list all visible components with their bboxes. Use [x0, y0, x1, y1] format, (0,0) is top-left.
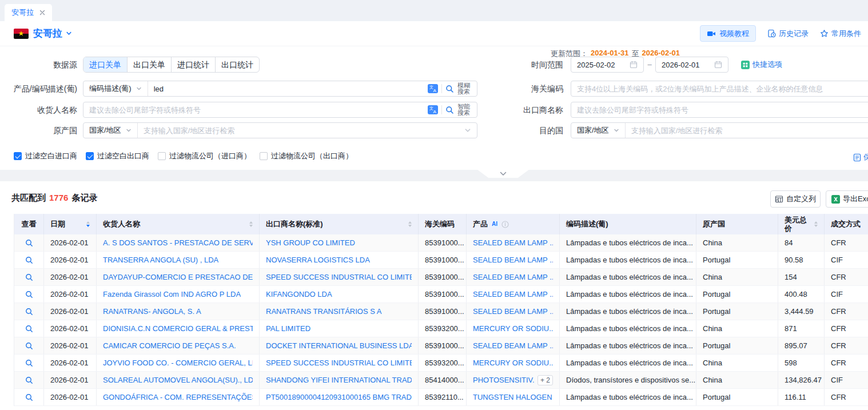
- view-detail-icon[interactable]: [25, 256, 33, 264]
- end-date-field[interactable]: [655, 57, 728, 73]
- view-detail-icon[interactable]: [25, 359, 33, 367]
- start-date-input[interactable]: [577, 61, 630, 69]
- tab-import-statistics[interactable]: 进口统计: [171, 57, 215, 72]
- exporter-link[interactable]: NOVASERRA LOGISTICS LDA: [266, 256, 370, 264]
- consignee-link[interactable]: RANATRANS- ANGOLA, S. A: [103, 307, 201, 316]
- consignee-link[interactable]: Fazenda Girassol Com IND AGRO P LDA: [103, 290, 241, 298]
- info-icon[interactable]: [501, 221, 509, 228]
- table-row[interactable]: 2026-02-01 DIONISIA.C.N COMERCIO GERAL &…: [14, 320, 868, 337]
- filter-blank-exporter-checkbox[interactable]: 过滤空白出口商: [86, 151, 149, 161]
- favorites-button[interactable]: 常用条件: [820, 29, 861, 39]
- exporter-link[interactable]: SPEED SUCCESS INDUSTRIAL CO LIMITED: [266, 273, 412, 281]
- origin-mode-select[interactable]: 国家/地区: [83, 123, 138, 138]
- table-row[interactable]: 2026-02-01 DAYDAYUP-COMERCIO E PRESTACAO…: [14, 269, 868, 286]
- fuzzy-search-label[interactable]: 模糊搜索: [457, 82, 472, 95]
- consignee-input[interactable]: [83, 106, 428, 114]
- product-link[interactable]: SEALED BEAM LAMP ...: [473, 307, 553, 316]
- sort-icon-exporter[interactable]: [408, 221, 412, 227]
- sort-icon-usd-total[interactable]: [814, 221, 818, 227]
- tab-export-statistics[interactable]: 出口统计: [215, 57, 259, 72]
- product-search-input[interactable]: [148, 85, 428, 93]
- product-link[interactable]: SEALED BEAM LAMP ...: [473, 290, 553, 298]
- destination-input[interactable]: [626, 126, 868, 135]
- col-header-date[interactable]: 日期: [44, 214, 97, 234]
- product-link[interactable]: SEALED BEAM LAMP ...: [473, 238, 553, 247]
- exporter-input[interactable]: [571, 106, 868, 114]
- export-excel-button[interactable]: 导出Excel: [826, 190, 868, 208]
- hs-code-input[interactable]: [571, 85, 868, 93]
- table-row[interactable]: 2026-02-01 SOLAREAL AUTOMOVEL ANGOLA(SU)…: [14, 372, 868, 389]
- chevron-down-icon[interactable]: [66, 30, 72, 37]
- sort-icon-date[interactable]: [86, 221, 90, 227]
- calendar-icon[interactable]: [630, 61, 638, 69]
- product-link[interactable]: SEALED BEAM LAMP ...: [473, 273, 553, 281]
- col-header-usd-total[interactable]: 美元总价: [778, 214, 825, 234]
- exporter-link[interactable]: SPEED SUCCESS INDUSTRIAL CO LIMITED: [266, 359, 412, 367]
- origin-input[interactable]: [138, 126, 464, 135]
- filter-logistics-importer-checkbox[interactable]: 过滤物流公司（进口商）: [158, 151, 251, 161]
- consignee-link[interactable]: GONDOÁFRICA - COM. REPRESENTAÇÕES ...: [103, 393, 253, 401]
- col-header-consignee[interactable]: 收货人名称: [97, 214, 260, 234]
- product-link[interactable]: MERCURY OR SODIU...: [473, 359, 553, 367]
- product-extra-badge[interactable]: + 2: [537, 375, 553, 385]
- exporter-link[interactable]: RANATRANS TRANSITÁRIOS S A: [266, 307, 382, 316]
- view-detail-icon[interactable]: [25, 273, 33, 281]
- chevron-down-icon[interactable]: [464, 127, 471, 134]
- smart-search-label[interactable]: 智能搜索: [457, 104, 472, 116]
- customize-columns-button[interactable]: 自定义列: [770, 190, 821, 208]
- product-link[interactable]: TUNGSTEN HALOGEN...: [473, 393, 553, 401]
- exporter-link[interactable]: SHANDONG YIFEI INTERNATIONAL TRADIN...: [266, 376, 412, 384]
- product-link[interactable]: PHOTOSENSITIV...: [473, 376, 534, 384]
- table-row[interactable]: 2026-02-01 Fazenda Girassol Com IND AGRO…: [14, 286, 868, 303]
- view-detail-icon[interactable]: [25, 393, 33, 401]
- video-tutorial-button[interactable]: 视频教程: [700, 25, 756, 42]
- consignee-link[interactable]: DIONISIA.C.N COMERCIO GERAL & PRESTA...: [103, 324, 253, 333]
- start-date-field[interactable]: [571, 57, 644, 73]
- exporter-link[interactable]: DOCKET INTERNATIONAL BUSINESS LDA: [266, 341, 412, 350]
- view-detail-icon[interactable]: [25, 308, 33, 316]
- tab-export-declarations[interactable]: 出口关单: [127, 57, 171, 72]
- product-mode-select[interactable]: 编码描述(葡): [83, 81, 148, 96]
- sort-icon-consignee[interactable]: [249, 221, 253, 227]
- table-row[interactable]: 2026-02-01 A. S DOS SANTOS - PRESTACAO D…: [14, 234, 868, 252]
- tab-import-declarations[interactable]: 进口关单: [83, 57, 127, 72]
- filter-blank-importer-checkbox[interactable]: 过滤空白进口商: [14, 151, 77, 161]
- translate-icon[interactable]: 文A: [428, 105, 438, 114]
- filter-logistics-exporter-checkbox[interactable]: 过滤物流公司（出口商）: [260, 151, 353, 161]
- product-link[interactable]: SEALED BEAM LAMP ...: [473, 341, 553, 350]
- destination-mode-select[interactable]: 国家/地区: [571, 123, 626, 138]
- col-header-exporter[interactable]: 出口商名称(标准): [260, 214, 419, 234]
- smart-search-icon[interactable]: [445, 106, 454, 114]
- view-detail-icon[interactable]: [25, 290, 33, 298]
- consignee-link[interactable]: DAYDAYUP-COMERCIO E PRESTACAO DE S...: [103, 273, 253, 281]
- end-date-input[interactable]: [662, 61, 714, 69]
- calendar-icon[interactable]: [714, 61, 722, 69]
- view-detail-icon[interactable]: [25, 239, 33, 247]
- consignee-link[interactable]: A. S DOS SANTOS - PRESTACAO DE SERVIC...: [103, 238, 253, 247]
- view-detail-icon[interactable]: [25, 325, 33, 333]
- view-detail-icon[interactable]: [25, 376, 33, 384]
- consignee-link[interactable]: TRANSERRA ANGOLA (SU) , LDA: [103, 256, 218, 264]
- exporter-link[interactable]: PT50018900004120931000165 BMG TRADI...: [266, 393, 412, 401]
- page-title[interactable]: 安哥拉: [33, 27, 62, 40]
- tab-angola[interactable]: 安哥拉: [5, 4, 52, 21]
- table-row[interactable]: 2026-02-01 JOYVIO FOOD CO. - COMERCIO GE…: [14, 355, 868, 372]
- history-button[interactable]: 历史记录: [767, 29, 809, 39]
- save-conditions-button[interactable]: 保存条件: [853, 152, 868, 162]
- table-row[interactable]: 2026-02-01 TRANSERRA ANGOLA (SU) , LDA N…: [14, 252, 868, 269]
- consignee-link[interactable]: SOLAREAL AUTOMOVEL ANGOLA(SU)., LDA: [103, 376, 253, 384]
- exporter-link[interactable]: PAL LIMITED: [266, 324, 310, 333]
- consignee-link[interactable]: JOYVIO FOOD CO. - COMERCIO GERAL, LDA: [103, 359, 253, 367]
- product-link[interactable]: MERCURY OR SODIU...: [473, 324, 553, 333]
- consignee-link[interactable]: CAMICAR COMERCIO DE PEÇAS S.A.: [103, 341, 236, 350]
- close-icon[interactable]: [39, 10, 45, 15]
- translate-icon[interactable]: 文A: [428, 84, 438, 93]
- table-row[interactable]: 2026-02-01 GONDOÁFRICA - COM. REPRESENTA…: [14, 389, 868, 406]
- quick-options-button[interactable]: 快捷选项: [741, 57, 782, 73]
- table-row[interactable]: 2026-02-01 RANATRANS- ANGOLA, S. A RANAT…: [14, 303, 868, 320]
- exporter-link[interactable]: YSH GROUP CO LIMITED: [266, 238, 355, 247]
- view-detail-icon[interactable]: [25, 342, 33, 350]
- collapse-filters-handle[interactable]: [477, 169, 529, 178]
- product-link[interactable]: SEALED BEAM LAMP ...: [473, 256, 553, 264]
- table-row[interactable]: 2026-02-01 CAMICAR COMERCIO DE PEÇAS S.A…: [14, 337, 868, 355]
